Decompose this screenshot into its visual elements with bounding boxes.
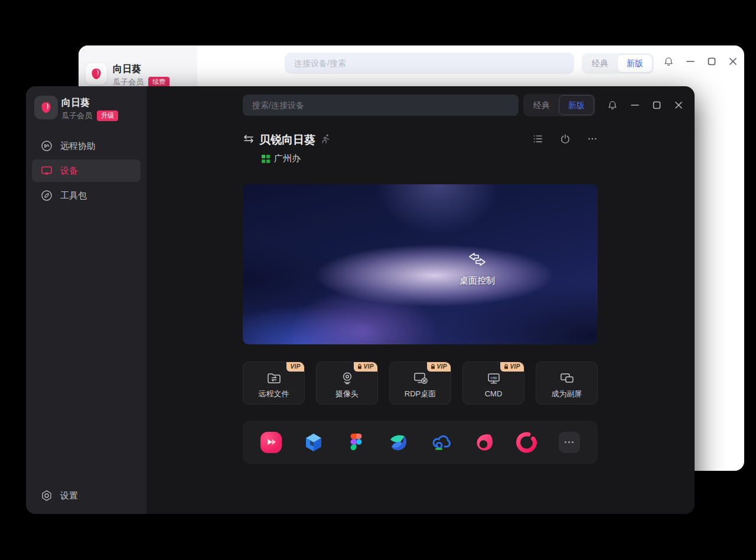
figma-logo[interactable] (346, 432, 367, 453)
blue-cube-logo[interactable] (303, 432, 324, 453)
sidebar: 向日葵 瓜子会员 升级 远程协助 设备 工具包 设置 (26, 86, 146, 514)
close-button[interactable] (728, 57, 738, 66)
desktop-control-label: 桌面控制 (460, 275, 495, 286)
feature-cards: VIP 远程文件 VIP 摄像头 VIP RDP桌面 VIP CMD CMD (243, 362, 598, 405)
app-title: 向日葵 (61, 97, 90, 109)
cmd-terminal-icon: CMD (485, 370, 502, 387)
vip-badge-locked: VIP (354, 362, 377, 372)
card-label: CMD (485, 389, 503, 398)
device-group[interactable]: 广州办 (262, 153, 301, 164)
pink-drop-logo[interactable] (474, 432, 495, 453)
device-title: 贝锐向日葵 (259, 132, 315, 148)
more-options-icon[interactable] (587, 134, 598, 146)
search-input[interactable] (243, 95, 519, 116)
teal-bird-logo[interactable] (388, 432, 409, 453)
webcam-icon (339, 370, 356, 386)
blue-cloud-logo[interactable] (431, 432, 452, 453)
app-dock (243, 421, 598, 464)
card-label: RDP桌面 (405, 389, 436, 399)
runner-status-icon (320, 134, 331, 146)
card-label: 远程文件 (259, 389, 289, 399)
sidebar-item-toolkit[interactable]: 工具包 (32, 184, 141, 207)
notification-bell-icon[interactable] (663, 56, 674, 67)
second-screen-card[interactable]: 成为副屏 (536, 362, 598, 405)
app-logo-icon (34, 96, 58, 119)
maximize-button[interactable] (652, 100, 662, 112)
dock-more-button[interactable] (559, 432, 580, 453)
pink-ring-logo[interactable] (516, 432, 537, 453)
sidebar-item-devices[interactable]: 设备 (32, 159, 141, 182)
sidebar-nav: 远程协助 设备 工具包 (26, 132, 146, 209)
topbar: 经典 新版 (146, 94, 695, 116)
device-screen-preview: 桌面控制 桌面观看 (243, 184, 598, 344)
minimize-button[interactable] (686, 57, 695, 66)
view-toggle: 经典 新版 (523, 94, 595, 116)
sidebar-item-settings[interactable]: 设置 (32, 484, 141, 507)
classic-tab[interactable]: 经典 (583, 54, 617, 73)
power-icon[interactable] (560, 134, 571, 146)
main-panel: 经典 新版 贝锐向日葵 广州办 (146, 86, 695, 514)
pink-play-logo[interactable] (260, 432, 282, 453)
desktop-control-button[interactable]: 桌面控制 (439, 250, 516, 286)
sidebar-item-remote-assist[interactable]: 远程协助 (32, 135, 141, 157)
app-title: 向日葵 (113, 63, 141, 76)
card-label: 成为副屏 (552, 389, 582, 399)
control-arrows-icon (467, 250, 488, 271)
view-toggle: 经典 新版 (582, 53, 654, 74)
close-button[interactable] (674, 100, 683, 112)
vip-badge-locked: VIP (427, 362, 451, 372)
search-input[interactable] (285, 53, 574, 74)
modern-tab[interactable]: 新版 (559, 95, 594, 115)
camera-card[interactable]: VIP 摄像头 (316, 362, 378, 405)
rdp-monitor-icon (412, 370, 429, 386)
remote-files-card[interactable]: VIP 远程文件 (243, 362, 305, 405)
sidebar-item-label: 远程协助 (60, 141, 96, 152)
sidebar-item-label: 设备 (60, 165, 78, 177)
folder-transfer-icon (266, 370, 282, 386)
device-list-icon[interactable] (533, 134, 543, 146)
dual-screen-icon (559, 370, 575, 386)
vip-badge-locked: VIP (500, 362, 524, 372)
card-label: 摄像头 (335, 389, 359, 399)
main-window: 向日葵 瓜子会员 升级 远程协助 设备 工具包 设置 (26, 86, 695, 514)
sidebar-item-label: 工具包 (60, 190, 87, 201)
group-grid-icon (262, 155, 270, 163)
rdp-desktop-card[interactable]: VIP RDP桌面 (389, 362, 451, 405)
maximize-button[interactable] (707, 57, 716, 66)
upgrade-badge[interactable]: 升级 (97, 110, 118, 121)
modern-tab[interactable]: 新版 (617, 54, 653, 73)
classic-tab[interactable]: 经典 (524, 95, 559, 115)
app-logo-icon (86, 63, 107, 84)
vip-badge: VIP (286, 362, 304, 372)
membership-label: 瓜子会员 (61, 110, 92, 121)
group-name: 广州办 (274, 153, 301, 164)
switch-device-icon[interactable] (243, 134, 255, 146)
minimize-button[interactable] (630, 100, 640, 112)
svg-text:CMD: CMD (490, 376, 497, 380)
notification-bell-icon[interactable] (607, 100, 618, 113)
cmd-card[interactable]: VIP CMD CMD (462, 362, 524, 405)
settings-label: 设置 (60, 490, 78, 502)
